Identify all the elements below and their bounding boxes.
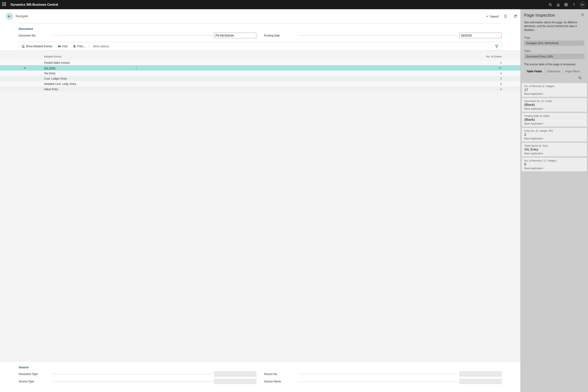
table-row[interactable]: Detailed Cust. Ledg. Entry⋮5 — [0, 81, 520, 86]
field-meta: Posting Date (4, Date) — [524, 114, 585, 118]
row-count[interactable]: 4 — [490, 72, 502, 75]
doc-type-input[interactable] — [214, 371, 256, 377]
table-row[interactable]: G/L Entry⋮17 — [0, 65, 520, 70]
doc-no-input[interactable] — [214, 33, 256, 38]
row-indicator-icon — [18, 66, 30, 70]
row-name: Tax Entry — [44, 72, 132, 75]
field-source: Base Application — [524, 122, 585, 125]
row-count[interactable]: 5 — [490, 82, 502, 86]
field-value: G/L Entry — [524, 148, 585, 152]
field-source: Base Application — [524, 152, 585, 155]
action-toolbar: Show Related Entries Find Print... More … — [18, 42, 502, 50]
close-icon[interactable] — [580, 13, 584, 17]
row-count[interactable]: 1 — [490, 61, 502, 64]
field-value: (Blank) — [524, 118, 585, 122]
app-title: Dynamics 365 Business Central — [10, 3, 548, 6]
inspector-fields-list[interactable]: No. of Records (2, Integer)17Base Applic… — [520, 83, 588, 392]
field-source: Base Application — [524, 137, 585, 140]
posting-date-input[interactable] — [459, 33, 502, 38]
avatar[interactable]: BC — [580, 2, 586, 8]
topbar: Dynamics 365 Business Central BC — [0, 0, 588, 9]
search-icon[interactable] — [548, 3, 552, 7]
field-meta: No. of Records 2 (7, Integer) — [524, 159, 585, 162]
field-source: Base Application — [524, 167, 585, 170]
svg-point-10 — [58, 46, 60, 47]
source-type-input[interactable] — [214, 379, 256, 384]
field-source: Base Application — [524, 107, 585, 110]
row-name: G/L Entry — [44, 66, 132, 70]
col-header-entries[interactable]: Related Entries — [44, 55, 83, 58]
source-type-label: Source Type — [18, 380, 52, 383]
show-related-entries-button[interactable]: Show Related Entries — [19, 42, 55, 50]
doc-no-label: Document No. — [18, 34, 52, 37]
source-no-input[interactable] — [459, 371, 502, 377]
field-source: Base Application — [524, 92, 585, 95]
find-button[interactable]: Find — [55, 42, 70, 50]
table-row[interactable]: Tax Entry⋮4 — [0, 70, 520, 76]
inspector-search-icon[interactable] — [578, 76, 582, 80]
help-icon[interactable] — [572, 3, 576, 7]
main-content: Navigate Saved Document Document No. — [0, 9, 520, 392]
inspector-table-value: Document Entry (265) — [524, 54, 584, 59]
field-meta: Entry No. (5, Integer, PK) — [524, 129, 585, 132]
inspector-note: The source table of this page is tempora… — [524, 63, 584, 66]
source-name-input[interactable] — [459, 379, 502, 384]
more-options-button[interactable]: More options — [90, 45, 112, 48]
col-header-count[interactable]: No. of Entries — [478, 55, 502, 58]
source-name-label: Source Name — [264, 380, 297, 383]
inspector-tabs: Table Fields Extensions Page Filters — [524, 68, 584, 74]
row-name: Value Entry — [44, 88, 132, 91]
print-icon — [73, 45, 76, 48]
field-value: 2 — [524, 133, 585, 136]
field-meta: No. of Records (2, Integer) — [524, 85, 585, 88]
page-header: Navigate Saved — [0, 9, 520, 23]
table-row[interactable]: Posted Sales Invoice⋮1 — [0, 60, 520, 65]
table-row[interactable]: Cust. Ledger Entry⋮2 — [0, 76, 520, 81]
saved-status: Saved — [486, 15, 498, 18]
related-entries-table: Related Entries No. of Entries Posted Sa… — [0, 50, 520, 362]
posting-date-label: Posting Date — [264, 34, 297, 37]
tab-extensions[interactable]: Extensions — [545, 68, 563, 74]
divider — [18, 23, 502, 24]
svg-point-26 — [578, 76, 581, 78]
binoculars-icon — [58, 45, 61, 48]
field-card[interactable]: Posting Date (4, Date)(Blank)Base Applic… — [522, 113, 587, 126]
inspector-title: Page Inspection — [524, 13, 555, 18]
app-launcher-icon[interactable] — [2, 2, 7, 7]
row-name: Cust. Ledger Entry — [44, 77, 132, 80]
field-card[interactable]: Document No. (3, Code)(Blank)Base Applic… — [522, 98, 587, 112]
field-card[interactable]: No. of Records 2 (7, Integer)0Base Appli… — [522, 158, 587, 171]
svg-point-0 — [549, 3, 551, 6]
bell-icon[interactable] — [556, 3, 560, 7]
filter-icon[interactable] — [492, 44, 502, 48]
open-new-window-icon[interactable] — [513, 14, 517, 18]
svg-rect-12 — [58, 45, 59, 46]
bookmark-icon[interactable] — [504, 14, 508, 18]
svg-point-2 — [566, 4, 567, 5]
field-value: 0 — [524, 162, 585, 166]
row-count[interactable]: 4 — [490, 88, 502, 91]
field-value: 17 — [524, 88, 585, 92]
row-menu-icon[interactable]: ⋮ — [132, 66, 140, 70]
tab-table-fields[interactable]: Table Fields — [524, 68, 545, 74]
gear-icon[interactable] — [564, 3, 568, 7]
field-meta: Document No. (3, Code) — [524, 100, 585, 102]
back-button[interactable] — [6, 13, 13, 20]
print-button[interactable]: Print... — [70, 42, 88, 50]
inspector-page-value: Navigate (344, Worksheet) — [524, 40, 584, 46]
page-inspection-panel: Page Inspection See information about th… — [520, 9, 588, 392]
table-row[interactable]: Value Entry⋮4 — [0, 86, 520, 92]
field-card[interactable]: No. of Records (2, Integer)17Base Applic… — [522, 83, 587, 97]
inspector-page-label: Page — [524, 36, 584, 39]
page-title: Navigate — [16, 14, 483, 18]
inspector-table-label: Table — [524, 50, 584, 52]
tab-page-filters[interactable]: Page Filters — [563, 68, 582, 74]
svg-line-6 — [515, 15, 517, 16]
toolbar-separator — [89, 44, 89, 49]
source-no-label: Source No. — [264, 372, 297, 376]
field-card[interactable]: Table Name (6, Text)G/L EntryBase Applic… — [522, 143, 587, 156]
row-count[interactable]: 2 — [490, 77, 502, 80]
field-card[interactable]: Entry No. (5, Integer, PK)2Base Applicat… — [522, 128, 587, 142]
section-title-source: Source — [18, 366, 502, 369]
row-count[interactable]: 17 — [490, 66, 502, 70]
